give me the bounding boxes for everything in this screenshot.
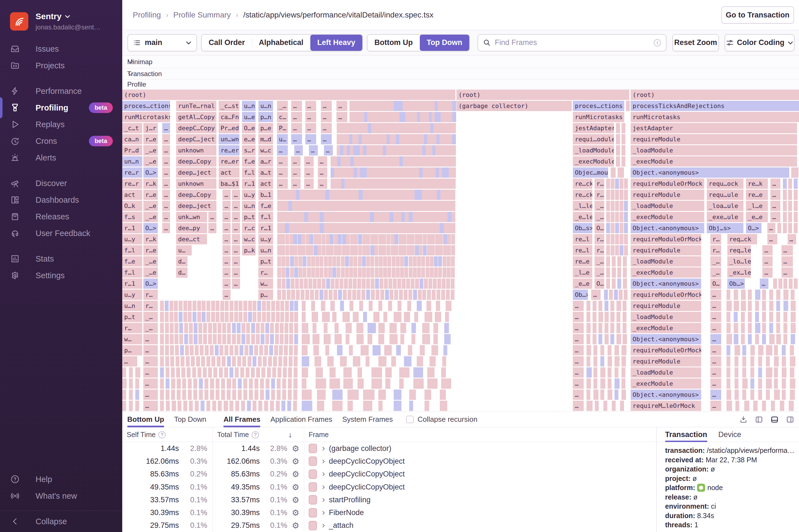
flame-cell[interactable]: … xyxy=(762,256,773,267)
flame-cell[interactable]: (root) xyxy=(631,90,799,100)
color-coding-button[interactable]: Color Coding xyxy=(725,34,795,51)
flame-cell[interactable]: O… xyxy=(595,279,604,289)
flame-cell[interactable]: … xyxy=(710,378,721,389)
self-time-header[interactable]: Self Time? xyxy=(122,427,212,442)
flame-cell[interactable]: … xyxy=(291,112,302,122)
table-row[interactable]: 1.44s2.8%1.44s2.8%⚙›(garbage collector) xyxy=(122,442,656,455)
flame-cell[interactable]: runMicrotasks xyxy=(631,112,799,122)
flame-cell[interactable]: … xyxy=(232,234,240,244)
flame-cell[interactable]: requireModule xyxy=(631,356,702,366)
flame-cell[interactable]: s…r xyxy=(242,145,256,155)
sidebar-item-crons[interactable]: Cronsbeta xyxy=(0,133,122,149)
flame-cell[interactable]: … xyxy=(762,267,773,278)
flame-cell[interactable]: r…e xyxy=(143,190,158,200)
flame-cell[interactable]: j…r xyxy=(143,123,158,133)
flame-cell[interactable]: proces…ctions xyxy=(573,101,624,111)
flame-cell[interactable]: r… xyxy=(595,190,604,200)
flame-cell[interactable]: … xyxy=(309,145,318,155)
flame-cell[interactable]: requireModule xyxy=(631,301,702,311)
flame-cell[interactable]: _…e xyxy=(143,256,158,267)
expand-chevron-icon[interactable]: › xyxy=(322,520,325,530)
flame-cell[interactable]: … xyxy=(767,234,778,244)
flame-cell[interactable]: … xyxy=(710,390,721,400)
flame-cell[interactable]: … xyxy=(573,301,584,311)
flame-cell[interactable]: act xyxy=(258,178,273,189)
flame-cell[interactable]: … xyxy=(573,378,584,389)
flame-cell[interactable]: … xyxy=(305,112,316,122)
table-row[interactable]: 49.35ms0.1%49.35ms0.1%⚙›deepCyclicCopyOb… xyxy=(122,481,656,493)
flame-cell[interactable]: u…n xyxy=(258,245,273,255)
flame-cell[interactable] xyxy=(791,167,798,178)
flame-cell[interactable]: u…n xyxy=(242,201,256,211)
flame-cell[interactable]: … xyxy=(223,223,230,233)
flame-cell[interactable]: _… xyxy=(277,101,288,111)
flame-cell[interactable]: deep…ject xyxy=(176,201,217,211)
flame-cell[interactable]: … xyxy=(143,367,158,378)
sidebar-item-dashboards[interactable]: Dashboards xyxy=(0,192,122,208)
flame-cell[interactable]: … xyxy=(232,245,240,255)
flame-cell[interactable]: _c…t xyxy=(122,123,142,133)
gear-icon[interactable]: ⚙ xyxy=(287,482,304,492)
flame-cell[interactable]: c… xyxy=(277,112,288,122)
flame-cell[interactable]: requ…ule xyxy=(707,190,743,200)
flame-cell[interactable]: w…c xyxy=(242,234,256,244)
flame-cell[interactable]: requireModule xyxy=(631,245,702,255)
flame-cell[interactable]: u…n xyxy=(122,301,142,311)
breadcrumb-profile-summary[interactable]: Profile Summary xyxy=(173,11,231,19)
flame-cell[interactable]: requireModule xyxy=(631,134,797,145)
gear-icon[interactable]: ⚙ xyxy=(287,469,304,479)
flame-cell[interactable]: r… xyxy=(595,178,604,189)
flame-cell[interactable]: … xyxy=(223,212,230,222)
gear-icon[interactable]: ⚙ xyxy=(287,495,304,505)
flame-cell[interactable]: deep…Copy xyxy=(176,156,217,167)
flame-cell[interactable]: … xyxy=(770,190,780,200)
flame-cell[interactable]: getAl…Copy xyxy=(176,112,217,122)
flame-cell[interactable]: _… xyxy=(595,267,604,278)
flame-cell[interactable]: requireModuleOrMock xyxy=(631,345,702,356)
flame-cell[interactable]: unknown xyxy=(176,178,217,189)
flame-cell[interactable]: Object.<anonymous> xyxy=(631,223,704,233)
flame-cell[interactable]: _execModule xyxy=(631,378,702,389)
tab-all-frames[interactable]: All Frames xyxy=(223,412,260,427)
flame-cell[interactable]: r… xyxy=(143,290,158,300)
flame-cell[interactable]: deep…Copy xyxy=(176,190,217,200)
flame-cell[interactable]: … xyxy=(710,345,721,356)
flame-cell[interactable]: u…y xyxy=(258,234,273,244)
flame-cell[interactable]: … xyxy=(781,256,793,267)
segment-call-order[interactable]: Call Order xyxy=(202,35,252,51)
flame-cell[interactable]: _exe…ule xyxy=(707,212,743,222)
thread-select[interactable]: main xyxy=(128,34,197,51)
chevron-down-icon[interactable] xyxy=(127,60,795,64)
panel-left-icon[interactable] xyxy=(755,416,763,423)
flame-cell[interactable]: act xyxy=(122,190,142,200)
flame-cell[interactable]: … xyxy=(321,112,332,122)
frame-header[interactable]: Frame xyxy=(304,427,656,442)
flame-cell[interactable]: … xyxy=(162,223,170,233)
flame-cell[interactable]: deepC…ject xyxy=(176,134,217,145)
flame-cell[interactable]: O…> xyxy=(143,223,158,233)
flame-cell[interactable]: _l…e xyxy=(573,267,592,278)
flame-cell[interactable]: p…e xyxy=(258,123,273,133)
flame-cell[interactable]: … xyxy=(305,134,316,145)
flame-cell[interactable]: Object.<anonymous> xyxy=(631,167,789,178)
flame-cell[interactable]: runTe…rnal xyxy=(176,101,217,111)
sidebar-item-whatsnew[interactable]: What's new xyxy=(0,488,122,504)
tab-application-frames[interactable]: Application Frames xyxy=(270,412,332,427)
flame-cell[interactable]: runMicrotasks xyxy=(122,112,170,122)
flame-cell[interactable]: O…> xyxy=(746,223,762,233)
flame-cell[interactable]: … xyxy=(277,156,288,167)
flame-cell[interactable]: O… xyxy=(595,223,604,233)
flame-cell[interactable]: p…t xyxy=(242,212,256,222)
sidebar-item-alerts[interactable]: Alerts xyxy=(0,149,122,166)
segment-top-down[interactable]: Top Down xyxy=(420,35,469,51)
flame-cell[interactable]: … xyxy=(710,367,721,378)
flame-cell[interactable]: w… xyxy=(258,279,273,289)
flame-cell[interactable]: dee…ct xyxy=(176,234,207,244)
flame-cell[interactable]: … xyxy=(208,223,217,233)
panel-bottom-icon[interactable] xyxy=(771,416,778,423)
sidebar-item-feedback[interactable]: User Feedback xyxy=(0,225,122,242)
flame-cell[interactable]: … xyxy=(304,167,314,178)
flame-cell[interactable]: _…e xyxy=(143,201,158,211)
flame-cell[interactable]: … xyxy=(232,279,240,289)
flame-cell[interactable]: r…1 xyxy=(258,223,273,233)
